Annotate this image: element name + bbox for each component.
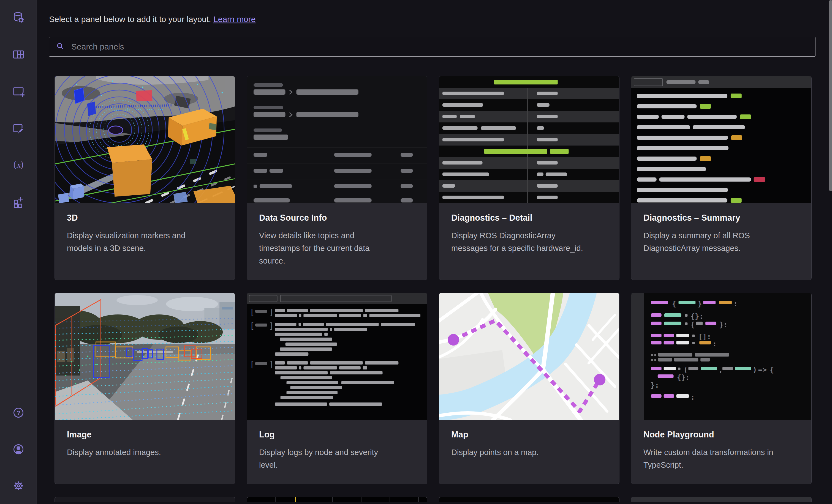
panel-description: Display visualization markers and models…: [67, 229, 223, 254]
svg-text:{}:: {}:: [691, 312, 703, 320]
svg-text:(x): (x): [13, 160, 24, 169]
svg-text:(: (: [683, 366, 688, 374]
help-button[interactable]: ?: [12, 406, 25, 419]
diagnostics-summary-thumbnail: [631, 76, 811, 203]
panel-title: Map: [451, 429, 607, 440]
panel-catalog: Select a panel below to add it to your l…: [37, 0, 832, 504]
app-window: (x) ?: [0, 0, 832, 504]
card-body: Diagnostics – Summary Display a summary …: [631, 203, 811, 267]
database-gear-icon: [12, 11, 25, 24]
help-icon: ?: [12, 406, 25, 419]
account-button[interactable]: [12, 443, 25, 456]
panel-title: Node Playground: [643, 429, 799, 440]
card-body: Diagnostics – Detail Display ROS Diagnos…: [439, 203, 619, 267]
svg-text:[: [: [250, 307, 255, 317]
search-icon: [56, 42, 65, 52]
svg-text:]: ]: [269, 307, 274, 317]
panel-description: Display a summary of all ROS DiagnosticA…: [643, 229, 799, 254]
account-icon: [12, 443, 25, 456]
panel-description: Display logs by node and severity level.: [259, 446, 415, 471]
svg-text:]: ]: [269, 360, 274, 369]
left-sidebar: (x) ?: [0, 0, 37, 504]
settings-button[interactable]: [12, 479, 25, 493]
panel-description: Write custom data transformations in Typ…: [643, 446, 799, 471]
sidebar-bottom-group: ?: [12, 406, 25, 493]
layouts-button[interactable]: [12, 48, 25, 61]
panel-description: Display annotated images.: [67, 446, 223, 458]
variables-icon: (x): [12, 159, 25, 172]
panel-card-partial[interactable]: [54, 497, 235, 502]
card-body: Log Display logs by node and severity le…: [247, 420, 427, 484]
panel-grid: 3D Display visualization markers and mod…: [54, 76, 815, 502]
panel-description: Display points on a map.: [451, 446, 607, 458]
card-body: Data Source Info View details like topic…: [247, 203, 427, 280]
prompt-text: Select a panel below to add it to your l…: [49, 15, 211, 24]
panel-title: Diagnostics – Detail: [451, 213, 607, 223]
svg-text:): ): [753, 366, 757, 374]
search-panels-box[interactable]: [49, 37, 815, 57]
svg-text:{: {: [770, 366, 774, 374]
panel-card-3d[interactable]: 3D Display visualization markers and mod…: [54, 76, 235, 280]
panel-card-map[interactable]: Map Display points on a map.: [439, 293, 620, 484]
card-body: Node Playground Write custom data transf…: [631, 420, 811, 484]
diagnostics-detail-thumbnail: [439, 76, 619, 203]
add-panel-button[interactable]: [12, 85, 25, 98]
panel-card-node-playground[interactable]: {}: {}: {}: []: : (,)=>{ {}: }: :: [631, 293, 812, 484]
svg-text:]: ]: [269, 321, 274, 331]
panel-card-log[interactable]: [] [] []: [247, 293, 427, 484]
svg-text:}:: }:: [719, 320, 728, 329]
card-body: Map Display points on a map.: [439, 420, 619, 471]
log-thumbnail: [] [] []: [247, 293, 427, 420]
panel-card-partial[interactable]: [631, 497, 812, 502]
svg-text:[: [: [250, 321, 255, 331]
panel-title: Data Source Info: [259, 213, 415, 223]
svg-text::: :: [712, 340, 717, 348]
search-input[interactable]: [71, 42, 809, 52]
page-title: Select a panel below to add it to your l…: [49, 14, 815, 24]
svg-text:,: ,: [719, 366, 723, 374]
svg-text:{}:: {}:: [677, 373, 690, 382]
panel-description: View details like topics and timestamps …: [259, 229, 415, 267]
panel-title: Image: [67, 429, 223, 440]
panel-card-image[interactable]: Image Display annotated images.: [54, 293, 235, 484]
panel-card-partial[interactable]: [439, 497, 620, 502]
sidebar-top-group: (x): [12, 11, 25, 208]
add-panel-icon: [12, 85, 25, 98]
map-thumbnail: [439, 293, 619, 420]
edit-pencil-icon: [12, 121, 25, 135]
card-body: 3D Display visualization markers and mod…: [55, 203, 235, 267]
extensions-button[interactable]: [12, 195, 25, 208]
extensions-icon: [12, 195, 25, 208]
svg-text:{: {: [691, 320, 695, 329]
svg-text:[: [: [250, 360, 255, 369]
panel-card-diagnostics-detail[interactable]: Diagnostics – Detail Display ROS Diagnos…: [439, 76, 620, 280]
svg-text:[]:: []:: [698, 333, 711, 341]
svg-text:?: ?: [17, 409, 20, 416]
svg-text:}:: }:: [651, 381, 659, 389]
gear-icon: [12, 479, 25, 493]
panel-title: Log: [259, 429, 415, 440]
panel-title: Diagnostics – Summary: [643, 213, 799, 223]
panel-card-data-source-info[interactable]: Data Source Info View details like topic…: [247, 76, 427, 280]
layout-grid-icon: [12, 48, 25, 61]
panel-card-diagnostics-summary[interactable]: Diagnostics – Summary Display a summary …: [631, 76, 812, 280]
svg-text:=>: =>: [758, 366, 767, 374]
image-thumbnail: [55, 293, 235, 420]
panel-title: 3D: [67, 213, 223, 223]
node-playground-thumbnail: {}: {}: {}: []: : (,)=>{ {}: }: :: [631, 293, 811, 420]
data-source-info-thumbnail: [247, 76, 427, 203]
svg-text:{: {: [672, 300, 676, 308]
svg-text::: :: [691, 393, 695, 401]
variables-button[interactable]: (x): [12, 159, 25, 172]
svg-text::: :: [733, 300, 738, 308]
panel-description: Display ROS DiagnosticArray messages for…: [451, 229, 607, 254]
learn-more-link[interactable]: Learn more: [213, 15, 256, 24]
card-body: Image Display annotated images.: [55, 420, 235, 471]
svg-text:}: }: [698, 300, 702, 308]
data-source-settings-button[interactable]: [12, 11, 25, 24]
edit-layout-button[interactable]: [12, 121, 25, 135]
panel-card-partial[interactable]: [247, 497, 427, 502]
vertical-scrollbar-thumb[interactable]: [829, 0, 832, 191]
3d-thumbnail: [55, 76, 235, 203]
